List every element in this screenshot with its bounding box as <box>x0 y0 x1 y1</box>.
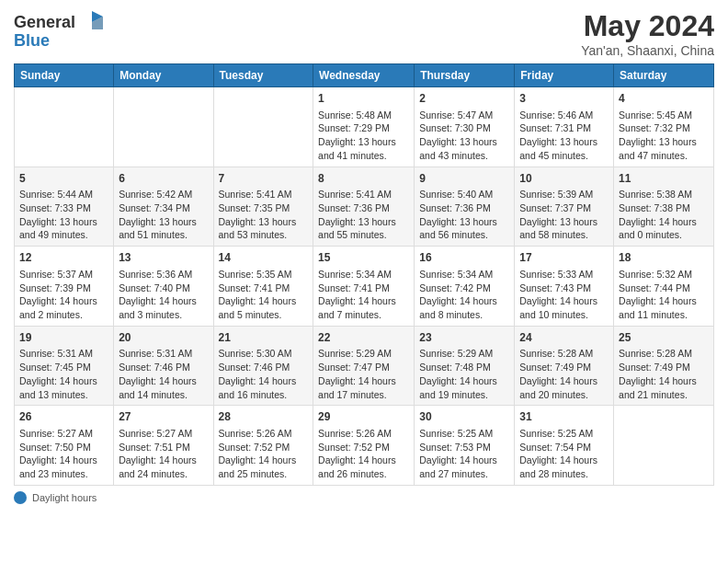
day-info-line: Daylight: 14 hours and 7 minutes. <box>318 294 409 321</box>
day-info-line: Daylight: 14 hours and 13 minutes. <box>19 374 108 401</box>
day-info-line: Daylight: 13 hours and 49 minutes. <box>19 215 108 242</box>
calendar-cell: 25Sunrise: 5:28 AMSunset: 7:49 PMDayligh… <box>614 326 714 406</box>
day-number: 14 <box>219 250 309 266</box>
logo-flag-icon <box>79 9 105 35</box>
day-info-line: Sunrise: 5:28 AM <box>619 347 709 361</box>
calendar-cell: 11Sunrise: 5:38 AMSunset: 7:38 PMDayligh… <box>614 167 714 247</box>
day-info-line: Daylight: 14 hours and 5 minutes. <box>219 294 309 321</box>
location: Yan'an, Shaanxi, China <box>581 43 714 58</box>
title-block: May 2024 Yan'an, Shaanxi, China <box>581 9 714 58</box>
day-number: 18 <box>619 250 709 266</box>
day-info-line: Sunset: 7:45 PM <box>19 361 108 374</box>
day-info-line: Sunrise: 5:27 AM <box>119 427 208 441</box>
calendar-cell: 15Sunrise: 5:34 AMSunset: 7:41 PMDayligh… <box>313 247 415 327</box>
day-info-line: Sunrise: 5:47 AM <box>419 109 509 122</box>
day-info-line: Daylight: 14 hours and 14 minutes. <box>119 374 208 401</box>
day-info-line: Sunrise: 5:34 AM <box>419 268 509 282</box>
day-number: 2 <box>419 91 509 107</box>
day-info-line: Sunrise: 5:29 AM <box>318 347 409 361</box>
day-info-line: Sunrise: 5:28 AM <box>519 347 609 361</box>
day-header-thursday: Thursday <box>415 64 515 87</box>
calendar-cell: 10Sunrise: 5:39 AMSunset: 7:37 PMDayligh… <box>515 167 614 247</box>
day-number: 8 <box>318 171 409 187</box>
calendar-cell: 28Sunrise: 5:26 AMSunset: 7:52 PMDayligh… <box>213 406 313 486</box>
day-info-line: Sunset: 7:34 PM <box>119 201 208 215</box>
day-info-line: Sunrise: 5:33 AM <box>519 268 609 282</box>
day-number: 19 <box>19 330 108 346</box>
calendar-cell: 29Sunrise: 5:26 AMSunset: 7:52 PMDayligh… <box>313 406 415 486</box>
day-info-line: Sunset: 7:43 PM <box>519 282 609 295</box>
day-header-sunday: Sunday <box>15 64 114 87</box>
day-number: 31 <box>519 409 609 425</box>
days-header-row: SundayMondayTuesdayWednesdayThursdayFrid… <box>15 64 714 87</box>
day-number: 27 <box>119 409 208 425</box>
day-info-line: Sunset: 7:52 PM <box>219 441 309 454</box>
calendar-cell: 14Sunrise: 5:35 AMSunset: 7:41 PMDayligh… <box>213 247 313 327</box>
day-info-line: Sunrise: 5:44 AM <box>19 188 108 201</box>
day-info-line: Daylight: 14 hours and 24 minutes. <box>119 454 208 480</box>
day-info-line: Sunrise: 5:38 AM <box>619 188 709 201</box>
day-info-line: Sunset: 7:30 PM <box>419 121 509 135</box>
day-info-line: Daylight: 14 hours and 23 minutes. <box>19 454 108 480</box>
calendar-cell: 22Sunrise: 5:29 AMSunset: 7:47 PMDayligh… <box>313 326 415 406</box>
calendar-cell: 19Sunrise: 5:31 AMSunset: 7:45 PMDayligh… <box>15 326 114 406</box>
day-info-line: Daylight: 13 hours and 51 minutes. <box>119 215 208 242</box>
day-number: 13 <box>119 250 208 266</box>
day-info-line: Sunset: 7:32 PM <box>619 121 709 135</box>
day-info-line: Sunset: 7:39 PM <box>19 282 108 295</box>
day-info-line: Sunset: 7:48 PM <box>419 361 509 374</box>
day-info-line: Daylight: 14 hours and 25 minutes. <box>219 454 309 480</box>
day-info-line: Sunset: 7:46 PM <box>119 361 208 374</box>
day-info-line: Sunset: 7:44 PM <box>619 282 709 295</box>
day-info-line: Sunset: 7:53 PM <box>419 441 509 454</box>
calendar-cell: 6Sunrise: 5:42 AMSunset: 7:34 PMDaylight… <box>114 167 213 247</box>
week-row-2: 5Sunrise: 5:44 AMSunset: 7:33 PMDaylight… <box>15 167 714 247</box>
day-info-line: Sunrise: 5:39 AM <box>519 188 609 201</box>
day-info-line: Sunset: 7:42 PM <box>419 282 509 295</box>
day-header-tuesday: Tuesday <box>213 64 313 87</box>
day-info-line: Sunset: 7:33 PM <box>19 201 108 215</box>
day-info-line: Sunrise: 5:31 AM <box>19 347 108 361</box>
day-number: 9 <box>419 171 509 187</box>
calendar-cell: 1Sunrise: 5:48 AMSunset: 7:29 PMDaylight… <box>313 87 415 167</box>
day-info-line: Daylight: 14 hours and 8 minutes. <box>419 294 509 321</box>
day-info-line: Daylight: 14 hours and 19 minutes. <box>419 374 509 401</box>
day-info-line: Sunset: 7:54 PM <box>519 441 609 454</box>
day-number: 24 <box>519 330 609 346</box>
day-number: 16 <box>419 250 509 266</box>
day-info-line: Sunset: 7:47 PM <box>318 361 409 374</box>
day-info-line: Sunrise: 5:31 AM <box>119 347 208 361</box>
day-number: 10 <box>519 171 609 187</box>
day-number: 30 <box>419 409 509 425</box>
day-info-line: Sunrise: 5:29 AM <box>419 347 509 361</box>
day-info-line: Sunset: 7:50 PM <box>19 441 108 454</box>
calendar-cell: 8Sunrise: 5:41 AMSunset: 7:36 PMDaylight… <box>313 167 415 247</box>
day-info-line: Sunset: 7:52 PM <box>318 441 409 454</box>
day-header-monday: Monday <box>114 64 213 87</box>
footer-label: Daylight hours <box>32 492 97 503</box>
week-row-4: 19Sunrise: 5:31 AMSunset: 7:45 PMDayligh… <box>15 326 714 406</box>
day-info-line: Sunrise: 5:25 AM <box>419 427 509 441</box>
calendar-cell: 21Sunrise: 5:30 AMSunset: 7:46 PMDayligh… <box>213 326 313 406</box>
day-info-line: Daylight: 14 hours and 27 minutes. <box>419 454 509 480</box>
day-info-line: Sunset: 7:29 PM <box>318 121 409 135</box>
logo: General Blue <box>14 9 105 51</box>
day-info-line: Sunrise: 5:34 AM <box>318 268 409 282</box>
day-info-line: Daylight: 14 hours and 3 minutes. <box>119 294 208 321</box>
footer: Daylight hours <box>14 491 714 504</box>
day-info-line: Sunrise: 5:26 AM <box>219 427 309 441</box>
calendar-cell: 30Sunrise: 5:25 AMSunset: 7:53 PMDayligh… <box>415 406 515 486</box>
day-info-line: Sunrise: 5:45 AM <box>619 109 709 122</box>
calendar-cell: 12Sunrise: 5:37 AMSunset: 7:39 PMDayligh… <box>15 247 114 327</box>
day-info-line: Daylight: 14 hours and 2 minutes. <box>19 294 108 321</box>
day-info-line: Daylight: 13 hours and 47 minutes. <box>619 135 709 162</box>
day-info-line: Sunrise: 5:48 AM <box>318 109 409 122</box>
calendar-cell: 23Sunrise: 5:29 AMSunset: 7:48 PMDayligh… <box>415 326 515 406</box>
day-info-line: Sunset: 7:41 PM <box>318 282 409 295</box>
daylight-dot <box>14 491 27 504</box>
day-number: 28 <box>219 409 309 425</box>
day-info-line: Sunrise: 5:41 AM <box>219 188 309 201</box>
day-info-line: Daylight: 14 hours and 21 minutes. <box>619 374 709 401</box>
calendar-cell <box>114 87 213 167</box>
day-info-line: Sunrise: 5:35 AM <box>219 268 309 282</box>
